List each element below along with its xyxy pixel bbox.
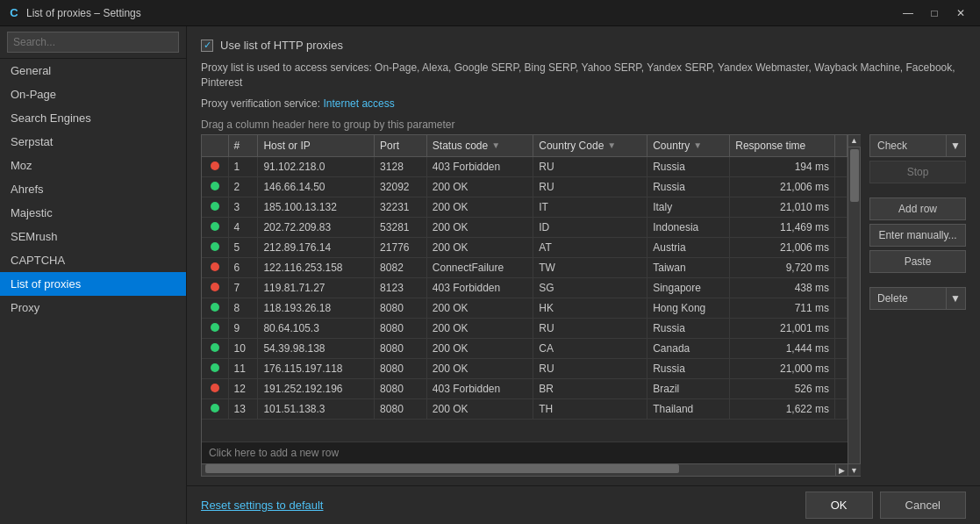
col-cc: Country Code ▼: [533, 135, 647, 157]
table-and-vscroll: # Host or IP Port Status code ▼ Country …: [201, 134, 848, 477]
row-num: 7: [228, 277, 258, 298]
vscroll-thumb[interactable]: [850, 149, 859, 202]
table-row[interactable]: 1 91.102.218.0 3128 403 Forbidden RU Rus…: [202, 156, 848, 176]
sidebar-item-proxy[interactable]: Proxy: [0, 296, 186, 319]
stop-button[interactable]: Stop: [869, 161, 966, 183]
row-response: 1,622 ms: [730, 398, 835, 419]
table-row[interactable]: 12 191.252.192.196 8080 403 Forbidden BR…: [202, 378, 848, 398]
row-response: 21,000 ms: [730, 358, 835, 378]
check-button[interactable]: Check: [869, 134, 947, 157]
col-response: Response time: [730, 135, 835, 157]
row-port: 8080: [375, 358, 427, 378]
check-dropdown-arrow[interactable]: ▼: [947, 134, 966, 157]
table-row[interactable]: 9 80.64.105.3 8080 200 OK RU Russia 21,0…: [202, 318, 848, 338]
status-dot: [211, 343, 219, 352]
row-country: Russia: [647, 358, 730, 378]
hscroll-thumb[interactable]: [205, 464, 679, 473]
status-dot: [211, 283, 219, 291]
col-vscroll-top: [835, 135, 848, 157]
table-row[interactable]: 10 54.39.98.138 8080 200 OK CA Canada 1,…: [202, 338, 848, 358]
row-country: Taiwan: [647, 257, 730, 277]
proxy-verification: Proxy verification service: Internet acc…: [201, 97, 966, 110]
enter-manually-button[interactable]: Enter manually...: [869, 224, 966, 247]
row-spacer: [835, 358, 848, 378]
row-dot-cell: [202, 277, 228, 298]
minimize-button[interactable]: —: [896, 4, 920, 23]
row-cc: RU: [533, 156, 647, 176]
delete-dropdown-arrow[interactable]: ▼: [947, 287, 966, 310]
sidebar-item-list-of-proxies[interactable]: List of proxies: [0, 272, 186, 296]
status-filter-icon[interactable]: ▼: [491, 140, 500, 150]
col-country: Country ▼: [647, 135, 730, 157]
right-panel: Check ▼ Stop Add row Enter manually... P…: [861, 134, 966, 477]
reset-button[interactable]: Reset settings to default: [201, 499, 323, 512]
sidebar-item-serpstat[interactable]: Serpstat: [0, 130, 186, 154]
cc-filter-icon[interactable]: ▼: [607, 140, 616, 150]
ok-button[interactable]: OK: [805, 492, 873, 519]
vscroll-bar: ▲ ▼: [848, 134, 861, 477]
sidebar-item-moz[interactable]: Moz: [0, 154, 186, 177]
cancel-button[interactable]: Cancel: [880, 492, 966, 519]
close-button[interactable]: ✕: [948, 4, 973, 23]
row-num: 6: [228, 257, 258, 277]
row-dot-cell: [202, 176, 228, 197]
row-dot-cell: [202, 237, 228, 257]
row-cc: ID: [533, 217, 647, 237]
table-row[interactable]: 6 122.116.253.158 8082 ConnectFailure TW…: [202, 257, 848, 277]
hscroll-right-arrow[interactable]: ▶: [835, 464, 848, 476]
country-filter-icon[interactable]: ▼: [693, 140, 702, 150]
row-dot-cell: [202, 197, 228, 217]
table-scroll[interactable]: # Host or IP Port Status code ▼ Country …: [202, 135, 848, 441]
table-row[interactable]: 5 212.89.176.14 21776 200 OK AT Austria …: [202, 237, 848, 257]
verification-link[interactable]: Internet access: [323, 97, 394, 110]
row-port: 53281: [375, 217, 427, 237]
row-status: 200 OK: [426, 318, 533, 338]
status-dot: [211, 262, 219, 271]
row-status: ConnectFailure: [426, 257, 533, 277]
row-dot-cell: [202, 217, 228, 237]
sidebar-item-majestic[interactable]: Majestic: [0, 201, 186, 225]
sidebar-item-semrush[interactable]: SEMrush: [0, 225, 186, 248]
table-row[interactable]: 4 202.72.209.83 53281 200 OK ID Indonesi…: [202, 217, 848, 237]
row-cc: AT: [533, 237, 647, 257]
row-response: 1,444 ms: [730, 338, 835, 358]
vscroll-down-arrow[interactable]: ▼: [848, 463, 861, 476]
vscroll-up-arrow[interactable]: ▲: [848, 135, 861, 147]
row-spacer: [835, 398, 848, 419]
row-spacer: [835, 257, 848, 277]
use-proxies-checkbox[interactable]: [201, 39, 213, 52]
table-row[interactable]: 13 101.51.138.3 8080 200 OK TH Thailand …: [202, 398, 848, 419]
sidebar-item-general[interactable]: General: [0, 59, 186, 83]
row-num: 8: [228, 298, 258, 318]
row-status: 403 Forbidden: [426, 378, 533, 398]
row-spacer: [835, 237, 848, 257]
add-row-hint[interactable]: Click here to add a new row: [202, 441, 848, 463]
delete-btn-group: Delete ▼: [869, 287, 966, 310]
maximize-button[interactable]: □: [922, 4, 947, 23]
sidebar-item-ahrefs[interactable]: Ahrefs: [0, 177, 186, 201]
hscroll-area: ▶: [202, 463, 848, 476]
row-port: 8080: [375, 298, 427, 318]
row-cc: TH: [533, 398, 647, 419]
row-spacer: [835, 338, 848, 358]
sidebar: GeneralOn-PageSearch EnginesSerpstatMozA…: [0, 26, 187, 524]
table-row[interactable]: 2 146.66.14.50 32092 200 OK RU Russia 21…: [202, 176, 848, 197]
delete-button[interactable]: Delete: [869, 287, 947, 310]
hscroll-track: [202, 464, 835, 476]
table-row[interactable]: 7 119.81.71.27 8123 403 Forbidden SG Sin…: [202, 277, 848, 298]
table-row[interactable]: 3 185.100.13.132 32231 200 OK IT Italy 2…: [202, 197, 848, 217]
row-num: 4: [228, 217, 258, 237]
app-icon: C: [7, 6, 21, 20]
table-row[interactable]: 8 118.193.26.18 8080 200 OK HK Hong Kong…: [202, 298, 848, 318]
table-row[interactable]: 11 176.115.197.118 8080 200 OK RU Russia…: [202, 358, 848, 378]
add-row-button[interactable]: Add row: [869, 197, 966, 220]
sidebar-item-search-engines[interactable]: Search Engines: [0, 106, 186, 130]
row-cc: HK: [533, 298, 647, 318]
col-host: Host or IP: [258, 135, 375, 157]
row-cc: SG: [533, 277, 647, 298]
sidebar-item-captcha[interactable]: CAPTCHA: [0, 248, 186, 272]
sidebar-item-on-page[interactable]: On-Page: [0, 83, 186, 106]
row-num: 1: [228, 156, 258, 176]
search-input[interactable]: [7, 32, 179, 53]
paste-button[interactable]: Paste: [869, 250, 966, 273]
